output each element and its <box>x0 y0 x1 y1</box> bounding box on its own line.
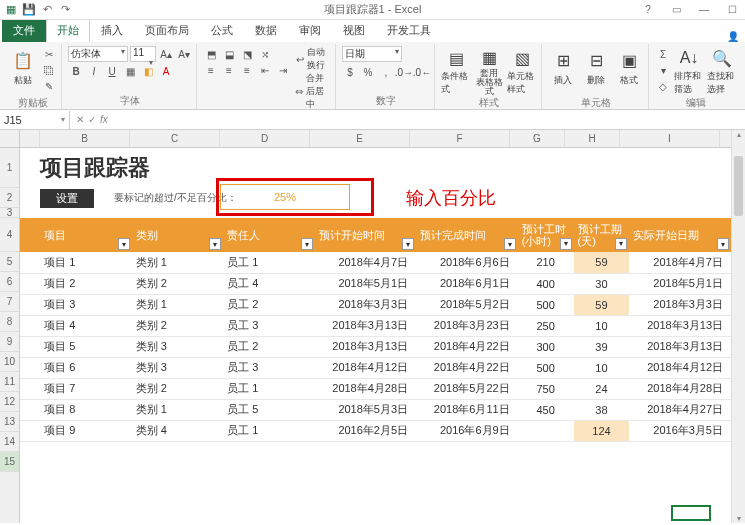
decrease-decimal-icon[interactable]: .0← <box>414 64 430 80</box>
cell-est-days[interactable]: 10 <box>574 315 630 336</box>
row-header[interactable]: 3 <box>0 208 19 218</box>
delete-cells-button[interactable]: ⊟删除 <box>581 46 611 96</box>
cell-est-end[interactable]: 2018年5月2日 <box>416 294 518 315</box>
cell-est-hours[interactable] <box>518 420 574 441</box>
undo-icon[interactable]: ↶ <box>40 3 54 17</box>
row-header[interactable]: 6 <box>0 272 19 292</box>
filter-icon[interactable]: ▾ <box>560 238 572 250</box>
increase-decimal-icon[interactable]: .0→ <box>396 64 412 80</box>
tab-data[interactable]: 数据 <box>244 19 288 42</box>
cell-act-start[interactable]: 2018年3月3日 <box>629 294 731 315</box>
fill-color-icon[interactable]: ◧ <box>140 63 156 79</box>
cell-est-end[interactable]: 2018年5月22日 <box>416 378 518 399</box>
cell-est-hours[interactable]: 500 <box>518 357 574 378</box>
name-box[interactable]: J15 <box>0 111 70 129</box>
tab-view[interactable]: 视图 <box>332 19 376 42</box>
redo-icon[interactable]: ↷ <box>58 3 72 17</box>
cell-est-start[interactable]: 2018年5月3日 <box>315 399 417 420</box>
cell-est-hours[interactable]: 400 <box>518 273 574 294</box>
cell-cat[interactable]: 类别 2 <box>132 273 223 294</box>
fill-icon[interactable]: ▾ <box>655 62 671 78</box>
header-cat[interactable]: 类别▾ <box>132 218 223 252</box>
cell-proj[interactable]: 项目 6 <box>40 357 131 378</box>
orientation-icon[interactable]: ⤭ <box>257 46 273 62</box>
cut-icon[interactable]: ✂ <box>41 46 57 62</box>
cell-est-hours[interactable]: 500 <box>518 294 574 315</box>
cell-est-end[interactable]: 2018年6月6日 <box>416 252 518 273</box>
cell-cat[interactable]: 类别 2 <box>132 378 223 399</box>
row-header[interactable]: 8 <box>0 312 19 332</box>
cell-est-end[interactable]: 2016年6月9日 <box>416 420 518 441</box>
cell-est-days[interactable]: 124 <box>574 420 630 441</box>
restore-icon[interactable]: ☐ <box>721 4 743 15</box>
table-format-button[interactable]: ▦套用 表格格式 <box>474 46 504 96</box>
cell-est-days[interactable]: 24 <box>574 378 630 399</box>
cell-act-start[interactable]: 2016年3月5日 <box>629 420 731 441</box>
align-left-icon[interactable]: ≡ <box>203 62 219 78</box>
cell-act-start[interactable]: 2018年4月27日 <box>629 399 731 420</box>
cell-owner[interactable]: 员工 1 <box>223 252 314 273</box>
merge-center-button[interactable]: ⇔合并后居中 <box>294 72 331 110</box>
row-header[interactable]: 1 <box>0 148 19 188</box>
cell-est-end[interactable]: 2018年4月22日 <box>416 336 518 357</box>
cell-est-start[interactable]: 2018年3月3日 <box>315 294 417 315</box>
row-header[interactable]: 12 <box>0 392 19 412</box>
cell-est-end[interactable]: 2018年6月11日 <box>416 399 518 420</box>
cell-act-start[interactable]: 2018年4月7日 <box>629 252 731 273</box>
ribbon-options-icon[interactable]: ▭ <box>665 4 687 15</box>
cell-est-hours[interactable]: 250 <box>518 315 574 336</box>
filter-icon[interactable]: ▾ <box>402 238 414 250</box>
header-proj[interactable]: 项目▾ <box>40 218 131 252</box>
cell-owner[interactable]: 员工 1 <box>223 420 314 441</box>
cell-est-days[interactable]: 30 <box>574 273 630 294</box>
row-header[interactable]: 4 <box>0 218 19 252</box>
scroll-thumb[interactable] <box>734 156 743 216</box>
cell-est-hours[interactable]: 300 <box>518 336 574 357</box>
cell-est-start[interactable]: 2018年5月1日 <box>315 273 417 294</box>
row-header[interactable]: 2 <box>0 188 19 208</box>
border-icon[interactable]: ▦ <box>122 63 138 79</box>
cell-owner[interactable]: 员工 3 <box>223 315 314 336</box>
row-header[interactable]: 5 <box>0 252 19 272</box>
decrease-font-icon[interactable]: A▾ <box>176 46 192 62</box>
cell-cat[interactable]: 类别 1 <box>132 294 223 315</box>
cell-act-start[interactable]: 2018年4月28日 <box>629 378 731 399</box>
save-icon[interactable]: 💾 <box>22 3 36 17</box>
cell-cat[interactable]: 类别 1 <box>132 252 223 273</box>
row-header[interactable]: 11 <box>0 372 19 392</box>
cell-proj[interactable]: 项目 9 <box>40 420 131 441</box>
col-header[interactable]: B <box>40 130 130 147</box>
cell-proj[interactable]: 项目 4 <box>40 315 131 336</box>
tab-file[interactable]: 文件 <box>2 19 46 42</box>
indent-left-icon[interactable]: ⇤ <box>257 62 273 78</box>
cell-cat[interactable]: 类别 3 <box>132 336 223 357</box>
autosum-icon[interactable]: Σ <box>655 46 671 62</box>
col-header[interactable]: D <box>220 130 310 147</box>
cell-est-days[interactable]: 39 <box>574 336 630 357</box>
font-color-icon[interactable]: A <box>158 63 174 79</box>
cell-est-start[interactable]: 2018年3月13日 <box>315 315 417 336</box>
filter-icon[interactable]: ▾ <box>118 238 130 250</box>
cell-proj[interactable]: 项目 2 <box>40 273 131 294</box>
header-est-end[interactable]: 预计完成时间▾ <box>416 218 518 252</box>
enter-formula-icon[interactable]: ✓ <box>88 114 96 125</box>
filter-icon[interactable]: ▾ <box>615 238 627 250</box>
cell-owner[interactable]: 员工 2 <box>223 336 314 357</box>
cell-est-start[interactable]: 2018年4月12日 <box>315 357 417 378</box>
cell-est-end[interactable]: 2018年3月23日 <box>416 315 518 336</box>
tab-review[interactable]: 审阅 <box>288 19 332 42</box>
align-right-icon[interactable]: ≡ <box>239 62 255 78</box>
format-painter-icon[interactable]: ✎ <box>41 78 57 94</box>
row-header[interactable]: 13 <box>0 412 19 432</box>
align-center-icon[interactable]: ≡ <box>221 62 237 78</box>
col-header[interactable] <box>20 130 40 147</box>
font-size-select[interactable]: 11 <box>130 46 156 62</box>
row-header[interactable]: 7 <box>0 292 19 312</box>
comma-icon[interactable]: , <box>378 64 394 80</box>
align-middle-icon[interactable]: ⬓ <box>221 46 237 62</box>
filter-icon[interactable]: ▾ <box>504 238 516 250</box>
filter-icon[interactable]: ▾ <box>301 238 313 250</box>
cell-est-start[interactable]: 2016年2月5日 <box>315 420 417 441</box>
filter-icon[interactable]: ▾ <box>209 238 221 250</box>
cell-act-start[interactable]: 2018年4月12日 <box>629 357 731 378</box>
